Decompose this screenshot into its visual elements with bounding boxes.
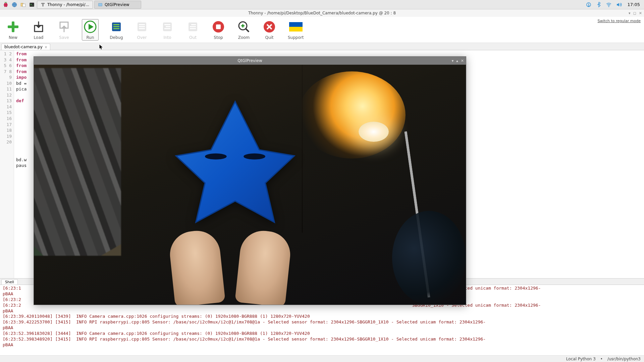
preview-window-controls: ▾ ▴ ✕ <box>452 59 464 63</box>
tool-label: Run <box>86 35 94 40</box>
svg-point-51 <box>244 154 265 160</box>
web-browser-icon[interactable] <box>11 1 18 8</box>
thonny-titlebar: Thonny - /home/pi/Desktop/BlueDot_Camera… <box>0 9 644 17</box>
svg-rect-38 <box>190 28 196 29</box>
svg-line-42 <box>246 29 249 32</box>
out-button: Out <box>185 19 201 41</box>
minimize-icon[interactable]: ▾ <box>629 11 631 15</box>
tool-label: Stop <box>214 35 223 40</box>
status-interpreter[interactable]: Local Python 3 <box>566 357 596 361</box>
new-button[interactable]: New <box>5 19 21 41</box>
svg-text:>_: >_ <box>31 3 34 6</box>
over-button: Over <box>134 19 150 41</box>
maximize-icon[interactable]: ▴ <box>456 59 458 63</box>
step-over-icon <box>135 20 149 34</box>
save-button: Save <box>56 19 72 41</box>
bluetooth-icon[interactable] <box>595 2 602 7</box>
step-into-icon <box>160 20 174 34</box>
preview-titlebar[interactable]: QtGlPreview ▾ ▴ ✕ <box>34 57 466 65</box>
stop-icon <box>211 20 225 34</box>
load-icon <box>32 20 46 34</box>
hand-right <box>235 229 292 305</box>
thonny-title: Thonny - /home/pi/Desktop/BlueDot_Camera… <box>248 11 396 15</box>
switch-mode-link[interactable]: Switch to regular mode <box>598 19 641 23</box>
svg-point-50 <box>205 154 227 160</box>
play-icon <box>83 20 97 34</box>
tool-label: Debug <box>110 35 123 40</box>
file-manager-icon[interactable] <box>19 1 27 8</box>
tool-label: Quit <box>265 35 273 40</box>
svg-rect-49 <box>289 27 303 32</box>
zoom-icon <box>237 20 251 34</box>
svg-rect-36 <box>191 24 196 25</box>
svg-rect-26 <box>113 28 119 29</box>
debug-button[interactable]: Debug <box>109 19 124 41</box>
taskbar: >_ Thonny - /home/pi/... QtGlPreview 17:… <box>0 0 644 9</box>
tool-label: Into <box>163 35 171 40</box>
shell-tab[interactable]: Shell <box>1 279 18 285</box>
svg-rect-48 <box>289 22 303 27</box>
wifi-icon[interactable] <box>605 2 612 8</box>
tool-label: Load <box>34 35 44 40</box>
minimize-icon[interactable]: ▾ <box>452 59 454 63</box>
tool-label: Save <box>59 35 69 40</box>
file-tab[interactable]: bluedot-camera.py × <box>1 44 50 50</box>
hand-left <box>168 229 225 305</box>
svg-rect-40 <box>216 24 221 29</box>
taskbar-tray: 17:05 <box>585 2 642 8</box>
blue-star-badge <box>175 98 296 226</box>
line-gutter: 1 2 3 4 5 6 7 8 9 10 11 12 13 14 15 16 1… <box>0 50 14 278</box>
svg-rect-24 <box>113 24 119 25</box>
updates-icon[interactable] <box>585 2 592 8</box>
taskbar-app-preview[interactable]: QtGlPreview <box>94 1 141 9</box>
svg-rect-37 <box>190 26 196 27</box>
svg-rect-29 <box>139 26 145 27</box>
tool-label: New <box>9 35 17 40</box>
tool-label: Zoom <box>238 35 250 40</box>
status-path[interactable]: /usr/bin/python3 <box>607 357 641 361</box>
menu-raspberry-icon[interactable] <box>2 1 9 8</box>
taskbar-app-thonny[interactable]: Thonny - /home/pi/... <box>37 1 93 9</box>
support-button[interactable]: Support <box>287 19 304 41</box>
run-button[interactable]: Run <box>82 19 99 41</box>
taskbar-left: >_ Thonny - /home/pi/... QtGlPreview <box>2 1 141 9</box>
clock[interactable]: 17:05 <box>626 2 642 7</box>
load-button[interactable]: Load <box>31 19 46 41</box>
tab-close-icon[interactable]: × <box>45 45 47 49</box>
svg-rect-9 <box>23 4 25 6</box>
volume-icon[interactable] <box>615 2 622 8</box>
save-icon <box>57 20 71 34</box>
wall-corner <box>302 65 303 233</box>
taskbar-app-label: Thonny - /home/pi/... <box>47 2 89 7</box>
tool-label: Out <box>189 35 197 40</box>
tool-label: Support <box>288 35 304 40</box>
window-controls: ▾ ◻ ✕ <box>629 11 642 15</box>
background-collage <box>34 68 121 256</box>
tool-label: Over <box>137 35 147 40</box>
close-icon[interactable]: ✕ <box>639 11 642 15</box>
svg-point-16 <box>608 6 609 7</box>
svg-rect-33 <box>166 26 170 27</box>
taskbar-app-label: QtGlPreview <box>105 2 129 7</box>
editor-tabs: bluedot-camera.py × <box>0 43 644 50</box>
close-icon[interactable]: ✕ <box>461 59 464 63</box>
camera-feed <box>34 65 466 305</box>
svg-rect-13 <box>41 3 45 4</box>
debug-icon <box>109 20 123 34</box>
toolbar: New Load Save Run Debug Over Into Out <box>0 17 644 43</box>
terminal-icon[interactable]: >_ <box>28 1 36 8</box>
svg-rect-18 <box>8 25 18 28</box>
flag-ukraine-icon <box>289 20 303 34</box>
quit-button[interactable]: Quit <box>262 19 277 41</box>
stop-button[interactable]: Stop <box>211 19 226 41</box>
camera-preview-window[interactable]: QtGlPreview ▾ ▴ ✕ <box>34 56 466 305</box>
maximize-icon[interactable]: ◻ <box>633 11 636 15</box>
svg-rect-25 <box>113 26 119 27</box>
svg-point-5 <box>4 5 6 7</box>
svg-point-6 <box>6 5 7 7</box>
svg-rect-32 <box>164 24 170 25</box>
zoom-button[interactable]: Zoom <box>236 19 252 41</box>
svg-rect-28 <box>139 24 145 25</box>
file-tab-label: bluedot-camera.py <box>4 45 43 49</box>
status-sep: • <box>600 357 603 361</box>
